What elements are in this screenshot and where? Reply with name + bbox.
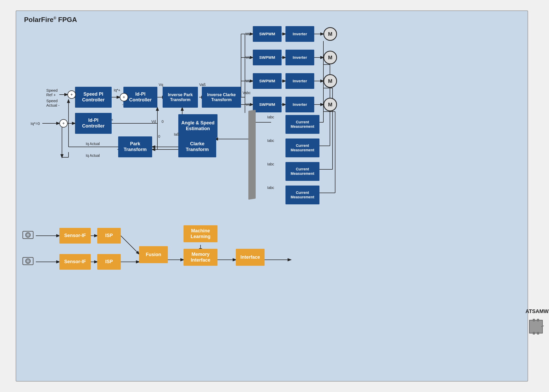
svg-line-8 <box>247 56 248 59</box>
interface-block: Interface <box>236 249 265 266</box>
camera2-icon <box>21 255 35 267</box>
motor1-symbol: M <box>323 27 337 41</box>
zero-vd-label: 0 <box>162 119 164 124</box>
summing-junction-1: + <box>67 90 76 99</box>
iq-actual2-label: Iq Actual <box>86 153 100 158</box>
svg-line-7 <box>246 56 247 59</box>
swpwm1-block: SWPWM <box>253 26 282 42</box>
svg-line-13 <box>246 80 247 82</box>
swpwm2-block: SWPWM <box>253 50 282 65</box>
current4-block: CurrentMeasurement <box>285 186 319 204</box>
summing-junction-3: + <box>59 119 68 128</box>
zero-bottom-label: 0 <box>158 134 160 139</box>
inverter3-block: Inverter <box>285 73 314 89</box>
inverter2-block: Inverter <box>285 50 314 65</box>
current1-block: CurrentMeasurement <box>285 115 319 134</box>
fusion-block: Fusion <box>139 246 168 263</box>
sensor-if1-block: Sensor-IF <box>59 228 91 244</box>
svg-line-1 <box>246 33 247 35</box>
angle-speed-block: Angle & SpeedEstimation <box>178 114 218 138</box>
iabc3-label: Iabc <box>267 162 274 166</box>
three-phase-bus <box>248 110 256 200</box>
isp2-block: ISP <box>97 254 121 270</box>
vd-label: Vd <box>151 119 156 124</box>
vabc-label: Vabc <box>243 91 251 95</box>
svg-point-81 <box>27 234 29 236</box>
park-transform-block: ParkTransform <box>118 136 152 157</box>
iab-label: Iaß <box>174 132 179 136</box>
svg-rect-89 <box>537 332 539 335</box>
svg-line-70 <box>121 236 139 254</box>
svg-rect-85 <box>529 320 542 333</box>
iabc1-label: Iabc <box>267 115 274 119</box>
atsamw25-chip <box>528 319 544 335</box>
summing-junction-2: + <box>120 93 128 101</box>
iq-zero-label: Iq*=0 <box>31 121 40 126</box>
main-fpga-container: PolarFire® FPGA <box>16 10 528 382</box>
machine-learning-block: MachineLearning <box>184 225 218 242</box>
current3-block: CurrentMeasurement <box>285 162 319 181</box>
speed-actual-label: SpeedActual - <box>46 99 60 107</box>
svg-line-9 <box>248 56 249 59</box>
svg-point-83 <box>26 259 30 263</box>
isp1-block: ISP <box>97 228 121 244</box>
svg-line-21 <box>248 103 249 106</box>
svg-line-3 <box>248 33 249 35</box>
fpga-label: PolarFire® FPGA <box>24 16 77 24</box>
camera1-icon <box>21 229 35 241</box>
svg-rect-87 <box>537 319 539 321</box>
iq-star-label: Iq*+ <box>114 88 120 92</box>
diagram-lines <box>16 11 528 381</box>
motor4-symbol: M <box>323 98 337 111</box>
svg-line-14 <box>247 80 248 82</box>
id-pi-bottom-block: Id-PIController <box>75 113 112 134</box>
speed-ref-label: SpeedRef + <box>46 88 58 97</box>
inverter4-block: Inverter <box>285 97 314 112</box>
atsamw25-label: ATSAMW25 <box>525 308 549 314</box>
minus-label: - <box>122 102 123 107</box>
inverse-clarke-block: Inverse ClarkeTransform <box>202 87 241 108</box>
id-pi-top-block: Id-PIController <box>123 87 157 108</box>
vab-label: Vaß <box>199 83 206 87</box>
inverse-park-block: Inverse ParkTransform <box>163 87 198 108</box>
svg-rect-88 <box>533 332 535 335</box>
svg-point-80 <box>26 233 30 237</box>
motor2-symbol: M <box>323 51 337 64</box>
svg-rect-86 <box>533 319 535 321</box>
iabc2-label: Iabc <box>267 139 274 143</box>
memory-interface-block: MemoryInterface <box>184 249 218 266</box>
plus-label: + <box>111 118 113 122</box>
swpwm3-block: SWPWM <box>253 73 282 89</box>
vq-label: Vq <box>159 83 163 87</box>
clarke-transform-block: ClarkeTransform <box>178 136 216 157</box>
motor3-symbol: M <box>323 74 337 88</box>
svg-line-20 <box>247 103 248 106</box>
iabc4-label: Iabc <box>267 186 274 190</box>
speed-pi-block: Speed PIController <box>75 87 112 108</box>
svg-line-15 <box>248 80 249 82</box>
iq-actual1-label: Iq Actual <box>86 142 100 146</box>
svg-point-84 <box>27 260 29 262</box>
swpwm4-block: SWPWM <box>253 97 282 112</box>
current2-block: CurrentMeasurement <box>285 139 319 157</box>
svg-line-19 <box>246 103 247 106</box>
sensor-if2-block: Sensor-IF <box>59 254 91 270</box>
svg-line-2 <box>247 33 248 35</box>
inverter1-block: Inverter <box>285 26 314 42</box>
